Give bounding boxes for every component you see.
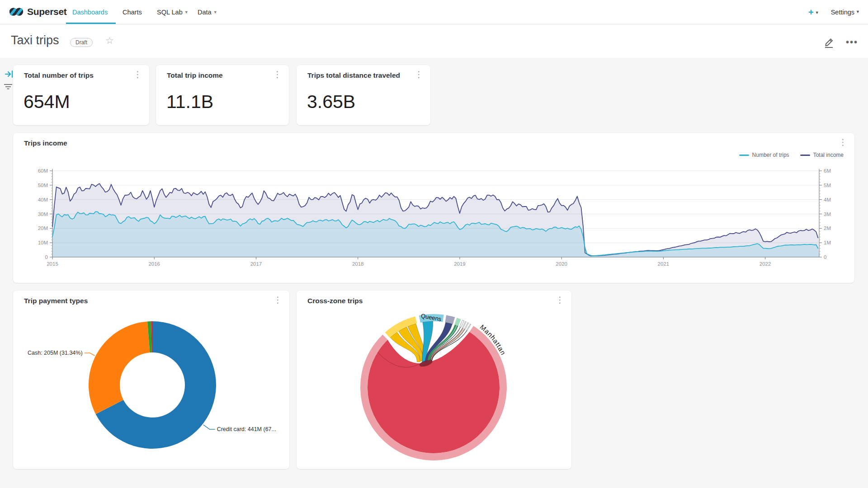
- nav-tab-dashboards[interactable]: Dashboards: [72, 0, 108, 24]
- kpi-value: 654M: [24, 91, 70, 113]
- dashboard-more-menu[interactable]: •••: [846, 37, 858, 47]
- chart-more-menu[interactable]: ⋮: [415, 70, 423, 80]
- kpi-card-trip-income: Total trip income ⋮ 11.1B: [156, 65, 289, 125]
- panel-cross-zone-trips: Cross-zone trips ⋮ ManhattanQueens: [297, 291, 571, 469]
- svg-text:2021: 2021: [658, 261, 670, 267]
- nav-tab-sql-lab[interactable]: SQL Lab▼: [157, 0, 189, 24]
- payment-types-donut-chart: Cash: 205M (31.34%)Credit card: 441M (67…: [13, 291, 289, 469]
- page-title: Taxi trips: [11, 33, 59, 47]
- chart-more-menu[interactable]: ⋮: [133, 70, 142, 80]
- svg-text:10M: 10M: [38, 240, 48, 245]
- kpi-value: 3.65B: [307, 91, 355, 113]
- new-item-button[interactable]: +▼: [808, 7, 819, 18]
- panel-trip-payment-types: Trip payment types ⋮ Cash: 205M (31.34%)…: [13, 291, 289, 469]
- trips-income-line-chart: 0010M1M20M2M30M3M40M4M50M5M60M6M20152016…: [13, 133, 854, 283]
- svg-text:4M: 4M: [824, 197, 831, 202]
- edit-pencil-icon[interactable]: [822, 35, 836, 49]
- nav-tab-data[interactable]: Data▼: [198, 0, 217, 24]
- svg-text:2017: 2017: [250, 261, 262, 267]
- chevron-down-icon: ▼: [184, 10, 189, 14]
- top-navbar: Superset Dashboards Charts SQL Lab▼ Data…: [0, 0, 868, 24]
- superset-logo-icon: [9, 5, 24, 19]
- favorite-star-icon[interactable]: ☆: [105, 35, 114, 46]
- kpi-value: 11.1B: [166, 91, 213, 113]
- svg-text:1M: 1M: [824, 240, 831, 245]
- settings-menu[interactable]: Settings▼: [831, 9, 860, 16]
- svg-text:30M: 30M: [38, 211, 48, 217]
- svg-text:2M: 2M: [824, 225, 831, 231]
- svg-text:0: 0: [45, 254, 48, 260]
- chevron-down-icon: ▼: [213, 10, 217, 14]
- nav-tab-charts[interactable]: Charts: [123, 0, 142, 24]
- svg-text:2022: 2022: [760, 261, 771, 267]
- kpi-title: Trips total distance traveled: [307, 71, 400, 80]
- svg-text:2018: 2018: [352, 261, 364, 267]
- chevron-down-icon: ▼: [815, 10, 819, 15]
- svg-text:40M: 40M: [38, 197, 48, 202]
- kpi-title: Total trip income: [167, 71, 223, 80]
- superset-brand[interactable]: Superset: [9, 5, 66, 19]
- svg-text:3M: 3M: [824, 211, 831, 217]
- brand-name: Superset: [27, 6, 66, 17]
- panel-trips-income: Trips income ⋮ Number of tripsTotal inco…: [13, 133, 854, 283]
- svg-text:5M: 5M: [824, 183, 831, 188]
- dashboard-header: Taxi trips Draft ☆ •••: [0, 24, 868, 58]
- kpi-title: Total number of trips: [24, 71, 94, 80]
- chart-more-menu[interactable]: ⋮: [273, 70, 282, 80]
- filter-icon[interactable]: [3, 82, 13, 91]
- kpi-card-total-trips: Total number of trips ⋮ 654M: [13, 65, 149, 125]
- svg-text:2015: 2015: [47, 261, 58, 267]
- status-badge: Draft: [70, 38, 93, 47]
- chevron-down-icon: ▼: [856, 9, 860, 14]
- svg-text:0: 0: [824, 254, 826, 260]
- kpi-card-total-distance: Trips total distance traveled ⋮ 3.65B: [297, 65, 430, 125]
- svg-text:2020: 2020: [556, 261, 567, 267]
- svg-text:6M: 6M: [824, 168, 831, 174]
- donut-callout-cash: Cash: 205M (31.34%): [28, 350, 83, 356]
- svg-text:2019: 2019: [454, 261, 466, 267]
- svg-text:50M: 50M: [38, 183, 48, 188]
- svg-text:60M: 60M: [38, 168, 48, 174]
- active-tab-underline: [66, 23, 116, 24]
- donut-callout-credit-card: Credit card: 441M (67...: [217, 426, 276, 432]
- svg-text:20M: 20M: [38, 225, 48, 231]
- svg-text:2016: 2016: [148, 261, 160, 267]
- cross-zone-chord-chart: ManhattanQueens: [297, 291, 571, 469]
